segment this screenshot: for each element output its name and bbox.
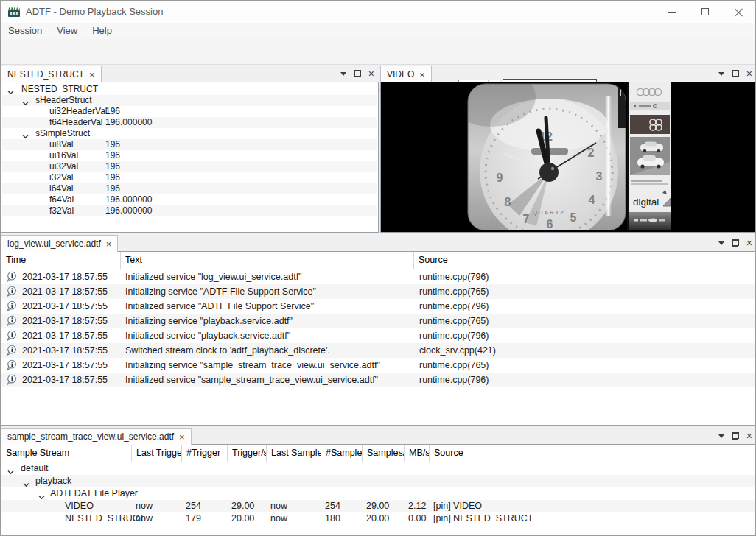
log-row[interactable]: 2021-03-17 18:57:55Initialized service "… — [1, 328, 756, 343]
clock-numeral: 9 — [497, 172, 503, 184]
trace-row[interactable]: VIDEOnow25429.00now25429.002.12[pin] VID… — [1, 500, 756, 512]
tab-video[interactable]: VIDEO × — [380, 66, 432, 82]
dock-close-icon[interactable]: × — [746, 238, 752, 248]
tab-nested-struct[interactable]: NESTED_STRUCT × — [1, 66, 102, 82]
log-time: 2021-03-17 18:57:55 — [22, 358, 108, 373]
log-content: Time Text Source 2021-03-17 18:57:55Init… — [1, 251, 756, 426]
trace-col-header[interactable]: #Samples — [321, 445, 363, 462]
video-frame-clock: 1223456789 QUARTZ — [381, 82, 756, 230]
dock-float-icon[interactable] — [732, 70, 739, 77]
toolbar: 1,00x — [1, 39, 755, 65]
menu-view[interactable]: View — [49, 23, 85, 39]
clock-numeral: 5 — [570, 211, 577, 224]
trace-col-header[interactable]: Source — [430, 445, 756, 462]
tab-close-icon[interactable]: × — [179, 432, 185, 442]
tree-row[interactable]: sHeaderStruct — [2, 95, 377, 106]
tree-row[interactable]: sSimpleStruct — [2, 128, 377, 139]
trace-col-header[interactable]: Trigger/s — [228, 445, 267, 462]
trace-row[interactable]: playback — [1, 475, 756, 487]
clock-numeral: 3 — [596, 170, 603, 183]
log-row[interactable]: 2021-03-17 18:57:55Initialized service "… — [1, 269, 756, 284]
tree-node-label: ui32Val — [49, 161, 78, 172]
dock-float-icon[interactable] — [732, 432, 739, 440]
trace-row[interactable]: default — [1, 462, 756, 475]
log-col-time[interactable]: Time — [1, 252, 121, 269]
menu-session[interactable]: Session — [1, 23, 49, 39]
trace-cell-value: 20.00 — [231, 512, 254, 525]
video-content: 1223456789 QUARTZ — [380, 82, 756, 233]
log-row[interactable]: 2021-03-17 18:57:55Initialized service "… — [1, 299, 756, 314]
log-col-source[interactable]: Source — [414, 252, 756, 269]
trace-row[interactable]: ADTFDAT File Player — [1, 487, 756, 500]
tab-close-icon[interactable]: × — [106, 239, 112, 249]
tab-close-icon[interactable]: × — [419, 70, 425, 80]
trace-col-header[interactable]: Samples/s — [363, 445, 405, 462]
tree-node-label: ui32HeaderVal — [49, 106, 108, 117]
trace-row[interactable]: NESTED_STRUCTnow17920.00now18020.000.00[… — [1, 512, 756, 525]
tree-row[interactable]: i64Val196 — [2, 183, 377, 194]
tree-node-label: f32Val — [49, 205, 74, 216]
tree-node-label: i64Val — [49, 183, 73, 194]
title-bar[interactable]: ADTF - Demo Playback Session — [1, 1, 755, 23]
dock-menu-icon[interactable] — [340, 72, 346, 76]
maximize-button[interactable] — [688, 1, 722, 23]
tree-node-value: 196.000000 — [105, 117, 152, 128]
trace-col-header[interactable]: Sample Stream — [1, 445, 132, 462]
trace-rows: defaultplaybackADTFDAT File PlayerVIDEOn… — [1, 462, 756, 525]
dock-menu-icon[interactable] — [718, 72, 724, 76]
tab-close-icon[interactable]: × — [89, 70, 95, 80]
log-text: Initialized service "ADTF File Support S… — [125, 299, 314, 314]
stream-label: playback — [35, 475, 71, 487]
dock-close-icon[interactable]: × — [746, 68, 752, 79]
info-icon — [6, 374, 17, 390]
tree-row[interactable]: i32Val196 — [2, 172, 377, 183]
nested-struct-tabbar: NESTED_STRUCT × × — [1, 66, 379, 82]
tree-row[interactable]: ui32HeaderVal196 — [2, 106, 377, 117]
log-row[interactable]: 2021-03-17 18:57:55Initializing service … — [1, 358, 756, 373]
stream-label: default — [21, 462, 49, 475]
tree-row[interactable]: f64Val196.000000 — [2, 194, 377, 205]
dock-float-icon[interactable] — [732, 239, 739, 247]
stream-label: ADTFDAT File Player — [50, 487, 138, 500]
dock-close-icon[interactable]: × — [746, 431, 752, 441]
dock-menu-icon[interactable] — [718, 434, 724, 438]
dock-float-icon[interactable] — [354, 70, 361, 77]
quartz-label: QUARTZ — [533, 209, 566, 216]
log-text: Initialized service "log_view.ui_service… — [125, 269, 302, 284]
tree-row[interactable]: ui16Val196 — [2, 150, 377, 161]
trace-col-header[interactable]: #Trigger — [182, 445, 228, 462]
log-source: runtime.cpp(796) — [419, 299, 489, 314]
log-source: runtime.cpp(765) — [419, 284, 489, 299]
log-row[interactable]: 2021-03-17 18:57:55Initializing service … — [1, 314, 756, 328]
trace-cell-value: 254 — [186, 500, 201, 512]
trace-col-header[interactable]: Last Sample — [267, 445, 321, 462]
log-row[interactable]: 2021-03-17 18:57:55Initializing service … — [1, 284, 756, 299]
tree-row[interactable]: ui32Val196 — [2, 161, 377, 172]
tree-row[interactable]: ui8Val196 — [2, 139, 377, 150]
tab-trace-view[interactable]: sample_stream_trace_view.ui_service.adtf… — [1, 428, 192, 445]
tree-row[interactable]: f32Val196.000000 — [2, 205, 377, 216]
nested-struct-content: NESTED_STRUCTsHeaderStructui32HeaderVal1… — [1, 82, 379, 233]
trace-cell-value: 254 — [325, 500, 340, 512]
close-button[interactable] — [722, 1, 756, 23]
tree-node-value: 196 — [105, 139, 120, 150]
trace-col-header[interactable]: Last Trigger — [132, 445, 182, 462]
tree-row[interactable]: NESTED_STRUCT — [2, 84, 377, 95]
adtf-window: ADTF - Demo Playback Session Session Vie… — [0, 0, 756, 536]
trace-col-header[interactable]: MB/s — [405, 445, 430, 462]
dock-close-icon[interactable]: × — [368, 68, 374, 79]
log-row[interactable]: 2021-03-17 18:57:55Switched stream clock… — [1, 343, 756, 358]
log-source: clock_srv.cpp(421) — [419, 343, 496, 358]
dock-menu-icon[interactable] — [718, 241, 724, 245]
minimize-button[interactable] — [654, 1, 688, 23]
log-time: 2021-03-17 18:57:55 — [22, 284, 108, 299]
menu-help[interactable]: Help — [85, 23, 119, 39]
log-panel: log_view.ui_service.adtf × × Time Text S… — [1, 235, 756, 426]
log-row[interactable]: 2021-03-17 18:57:55Initialized service "… — [1, 373, 756, 387]
log-col-text[interactable]: Text — [121, 252, 414, 269]
trace-cell-value: 29.00 — [231, 500, 254, 512]
tree-row[interactable]: f64HeaderVal196.000000 — [2, 117, 377, 128]
close-icon — [735, 7, 743, 16]
trace-cell-value: 0.00 — [408, 512, 426, 525]
tab-log-view[interactable]: log_view.ui_service.adtf × — [1, 235, 118, 252]
